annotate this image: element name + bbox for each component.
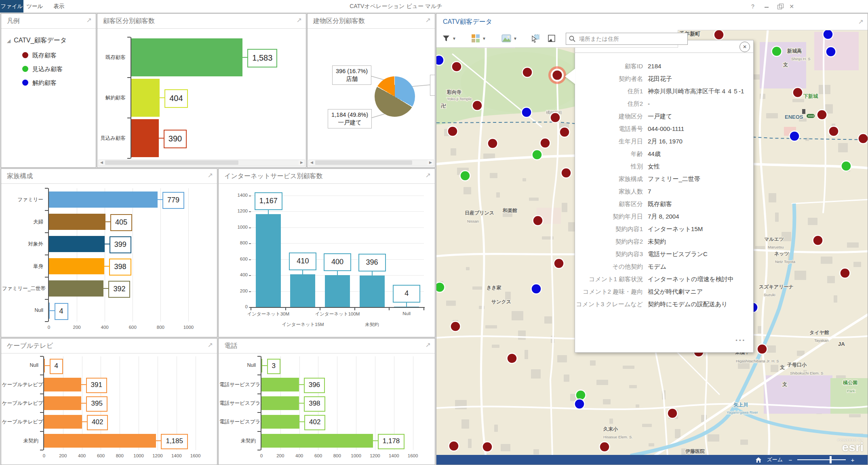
zoom-in-button[interactable]: + [849,457,856,463]
popout-icon[interactable]: ↗ [426,16,431,24]
popup-close-button[interactable]: ✕ [739,42,750,52]
horizontal-scrollbar[interactable]: ◀ ▶ [308,160,434,166]
dot-existing-customer[interactable] [451,322,461,332]
menu-file[interactable]: ファイル [0,0,23,13]
popout-icon[interactable]: ↗ [426,341,431,349]
horizontal-scrollbar[interactable]: ◀ ▶ [98,160,305,166]
basemap-button[interactable]: ▼ [501,33,517,44]
dot-cancelled-customer[interactable] [823,30,833,40]
bar[interactable] [290,274,315,307]
dot-existing-customer[interactable] [668,408,678,419]
dot-existing-customer[interactable] [714,30,724,40]
dot-existing-customer[interactable] [488,139,498,149]
filter-button[interactable]: ▼ [442,33,456,44]
zoom-slider-handle[interactable] [830,456,832,463]
menu-view[interactable]: 表示 [48,0,70,13]
scroll-left-button[interactable]: ◀ [99,160,105,165]
bar[interactable] [44,434,156,448]
popout-icon[interactable]: ↗ [208,171,213,179]
bar[interactable] [261,378,299,391]
dot-existing-customer[interactable] [757,344,767,354]
dot-existing-customer[interactable] [533,216,543,226]
dot-cancelled-customer[interactable] [522,107,532,118]
dot-existing-customer[interactable] [600,442,610,452]
dot-cancelled-customer[interactable] [436,55,444,65]
home-icon[interactable] [755,457,762,463]
pie-chart[interactable] [375,76,415,117]
dot-existing-customer[interactable] [840,268,850,278]
dot-prospect-customer[interactable] [460,171,470,181]
zoom-out-button[interactable]: − [787,457,794,463]
popout-icon[interactable]: ↗ [297,16,302,24]
legend-layer-row[interactable]: ◢CATV_顧客データ [7,36,67,45]
dot-existing-customer[interactable] [817,110,827,120]
bar[interactable] [49,236,105,252]
menu-tools[interactable]: ツール [23,0,46,13]
dot-existing-customer[interactable] [793,88,803,98]
bar[interactable] [261,415,299,429]
bar[interactable] [49,214,105,230]
dot-existing-customer[interactable] [550,113,560,123]
help-button[interactable]: ? [748,2,758,11]
dot-prospect-customer[interactable] [772,46,782,57]
bar[interactable] [49,258,104,274]
popout-icon[interactable]: ↗ [86,16,92,24]
popout-icon[interactable]: ↗ [858,18,864,25]
rectangle-select-button[interactable] [547,33,556,44]
close-button[interactable]: ✕ [786,2,797,11]
scroll-left-button[interactable]: ◀ [309,160,315,165]
dot-cancelled-customer[interactable] [531,284,541,294]
legend-item[interactable]: 見込み顧客 [22,65,63,73]
dot-existing-customer[interactable] [522,67,533,78]
bar[interactable] [49,191,158,208]
scroll-right-button[interactable]: ▶ [299,160,305,165]
popout-icon[interactable]: ↗ [208,341,213,349]
dot-existing-customer[interactable] [561,168,571,178]
bar[interactable] [256,214,281,307]
legend-item[interactable]: 解約顧客 [22,79,57,87]
dot-prospect-customer[interactable] [841,161,851,171]
bar[interactable] [131,79,160,117]
bar[interactable] [44,396,81,410]
bar[interactable] [49,280,103,297]
dot-existing-customer[interactable] [482,442,493,452]
scrollbar-thumb[interactable] [315,160,412,165]
dot-cancelled-customer[interactable] [790,131,800,141]
dot-existing-customer[interactable] [829,126,839,137]
dot-existing-customer[interactable] [813,236,823,246]
minimize-button[interactable] [761,2,772,11]
dot-existing-customer[interactable] [507,353,517,364]
dot-cancelled-customer[interactable] [575,399,585,409]
dot-existing-customer[interactable] [472,101,482,111]
scrollbar-thumb[interactable] [105,160,238,165]
dot-existing-customer[interactable] [452,62,462,72]
bar[interactable] [325,275,350,307]
dot-prospect-customer[interactable] [532,150,542,160]
bar[interactable] [394,307,419,307]
popout-icon[interactable]: ↗ [426,171,431,179]
dot-existing-customer[interactable] [540,138,550,148]
select-tool-button[interactable] [530,33,540,44]
dot-existing-customer[interactable] [448,126,458,137]
dot-cancelled-customer[interactable] [826,47,836,57]
bar[interactable] [261,396,299,410]
legend-item[interactable]: 既存顧客 [22,52,57,59]
selected-dot[interactable] [553,71,562,80]
zoom-slider[interactable] [797,459,846,460]
dot-existing-customer[interactable] [554,259,564,269]
bar[interactable] [131,119,159,157]
dot-prospect-customer[interactable] [436,282,445,292]
bar[interactable] [131,38,242,76]
bar[interactable] [360,276,385,307]
extent-grid-button[interactable]: ▼ [471,33,486,44]
bar[interactable] [44,415,82,429]
dot-existing-customer[interactable] [449,441,459,451]
scroll-right-button[interactable]: ▶ [428,160,434,165]
dot-existing-customer[interactable] [858,134,868,144]
dot-existing-customer[interactable] [560,127,570,137]
bar[interactable] [44,378,81,391]
bar[interactable] [261,434,373,448]
search-input[interactable] [578,35,681,42]
popup-more-button[interactable]: ••• [735,337,746,343]
restore-button[interactable] [774,2,785,11]
